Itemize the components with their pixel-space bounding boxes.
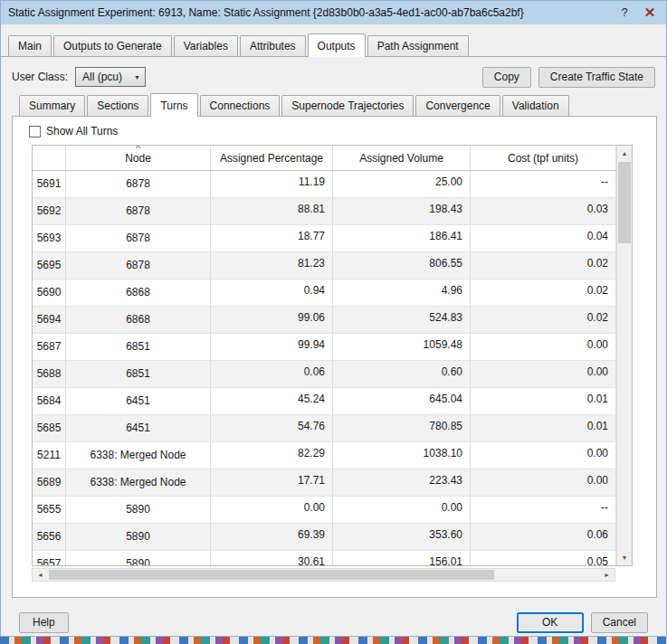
cell-node[interactable]: 6338: Merged Node (66, 442, 211, 469)
vertical-scrollbar[interactable]: ▲ ▼ (616, 146, 632, 565)
cell-assigned-percentage[interactable]: 99.94 (211, 334, 333, 360)
subtab-turns[interactable]: Turns (150, 93, 197, 117)
tab-outputs-to-generate[interactable]: Outputs to Generate (53, 35, 172, 56)
tab-path-assignment[interactable]: Path Assignment (367, 35, 469, 56)
column-header-blank[interactable] (33, 146, 66, 170)
subtab-sections[interactable]: Sections (87, 95, 148, 116)
tab-outputs[interactable]: Outputs (308, 33, 366, 57)
cell-row-id[interactable]: 5685 (33, 415, 66, 441)
scroll-right-icon[interactable]: ► (599, 569, 615, 581)
cell-row-id[interactable]: 5693 (33, 225, 66, 251)
column-header-node[interactable]: ^ Node (66, 146, 211, 170)
create-traffic-state-button[interactable]: Create Traffic State (538, 67, 655, 88)
cell-node[interactable]: 6878 (66, 225, 211, 251)
cell-assigned-percentage[interactable]: 88.81 (211, 198, 333, 224)
cell-cost[interactable]: 0.06 (471, 524, 616, 550)
cell-row-id[interactable]: 5692 (33, 198, 66, 224)
cell-node[interactable]: 6451 (66, 415, 211, 441)
cell-node[interactable]: 6868 (66, 279, 211, 306)
cell-node[interactable]: 5890 (66, 551, 211, 565)
cell-node[interactable]: 6851 (66, 334, 211, 360)
cell-node[interactable]: 6878 (66, 171, 211, 197)
subtab-summary[interactable]: Summary (19, 95, 85, 116)
cell-assigned-percentage[interactable]: 69.39 (211, 524, 333, 550)
column-header-cost[interactable]: Cost (tpf units) (471, 146, 616, 170)
cell-assigned-volume[interactable]: 25.00 (333, 171, 471, 197)
scroll-left-icon[interactable]: ◄ (33, 569, 48, 581)
cell-cost[interactable]: -- (471, 171, 616, 197)
horizontal-scroll-thumb[interactable] (49, 570, 494, 580)
cell-cost[interactable]: 0.00 (471, 442, 616, 469)
table-row[interactable]: 5692687888.81198.430.03 (33, 198, 632, 225)
subtab-supernode-trajectories[interactable]: Supernode Trajectories (281, 95, 414, 116)
cell-row-id[interactable]: 5657 (33, 551, 66, 565)
cell-assigned-volume[interactable]: 1038.10 (333, 442, 471, 469)
table-row[interactable]: 5691687811.1925.00-- (33, 171, 632, 198)
column-header-assigned-volume[interactable]: Assigned Volume (333, 146, 471, 170)
help-button[interactable]: Help (19, 612, 69, 633)
show-all-turns-checkbox-row[interactable]: Show All Turns (29, 125, 118, 137)
help-icon[interactable]: ? (612, 1, 637, 24)
cell-cost[interactable]: 0.02 (471, 279, 616, 306)
cell-cost[interactable]: 0.03 (471, 198, 616, 224)
cell-assigned-percentage[interactable]: 81.23 (211, 252, 333, 279)
cell-node[interactable]: 6851 (66, 361, 211, 387)
cell-assigned-percentage[interactable]: 0.94 (211, 279, 333, 306)
table-row[interactable]: 56896338: Merged Node17.71223.430.00 (33, 469, 632, 497)
table-row[interactable]: 5657589030.61156.010.05 (33, 551, 632, 565)
cell-node[interactable]: 6878 (66, 252, 211, 279)
cell-node[interactable]: 6878 (66, 198, 211, 224)
cell-row-id[interactable]: 5656 (33, 524, 66, 550)
cell-assigned-percentage[interactable]: 18.77 (211, 225, 333, 251)
scroll-down-icon[interactable]: ▼ (617, 550, 632, 565)
cell-assigned-percentage[interactable]: 99.06 (211, 307, 333, 333)
cell-assigned-percentage[interactable]: 30.61 (211, 551, 333, 565)
copy-button[interactable]: Copy (482, 67, 531, 88)
cell-node[interactable]: 6868 (66, 307, 211, 333)
cell-assigned-volume[interactable]: 780.85 (333, 415, 471, 441)
close-icon[interactable]: ✕ (637, 1, 662, 24)
cell-assigned-volume[interactable]: 0.60 (333, 361, 471, 387)
table-row[interactable]: 5687685199.941059.480.00 (33, 334, 632, 361)
table-row[interactable]: 5695687881.23806.550.02 (33, 252, 632, 279)
cell-assigned-percentage[interactable]: 45.24 (211, 388, 333, 414)
cell-assigned-percentage[interactable]: 0.06 (211, 361, 333, 387)
cell-node[interactable]: 6338: Merged Node (66, 469, 211, 496)
cell-node[interactable]: 5890 (66, 497, 211, 523)
titlebar[interactable]: Static Assignment Experiment: 6913, Name… (1, 1, 666, 24)
cell-assigned-volume[interactable]: 524.83 (333, 307, 471, 333)
table-row[interactable]: 5694686899.06524.830.02 (33, 307, 632, 334)
cell-assigned-percentage[interactable]: 17.71 (211, 469, 333, 496)
cell-assigned-percentage[interactable]: 54.76 (211, 415, 333, 441)
cell-row-id[interactable]: 5689 (33, 469, 66, 496)
cell-row-id[interactable]: 5691 (33, 171, 66, 197)
tab-main[interactable]: Main (8, 35, 52, 56)
table-row[interactable]: 52116338: Merged Node82.291038.100.00 (33, 442, 632, 469)
cell-cost[interactable]: 0.01 (471, 415, 616, 441)
cell-assigned-volume[interactable]: 156.01 (333, 551, 471, 565)
cell-cost[interactable]: 0.00 (471, 361, 616, 387)
subtab-validation[interactable]: Validation (502, 95, 569, 116)
cell-assigned-volume[interactable]: 645.04 (333, 388, 471, 414)
column-header-assigned-percentage[interactable]: Assigned Percentage (211, 146, 333, 170)
cancel-button[interactable]: Cancel (591, 612, 648, 633)
cell-assigned-volume[interactable]: 223.43 (333, 469, 471, 496)
horizontal-scrollbar[interactable]: ◄ ► (32, 568, 615, 582)
cell-row-id[interactable]: 5688 (33, 361, 66, 387)
show-all-turns-checkbox[interactable] (29, 126, 41, 137)
table-row[interactable]: 5693687818.77186.410.04 (33, 225, 632, 252)
cell-row-id[interactable]: 5211 (33, 442, 66, 469)
scroll-up-icon[interactable]: ▲ (617, 146, 632, 161)
cell-assigned-volume[interactable]: 186.41 (333, 225, 471, 251)
cell-assigned-percentage[interactable]: 82.29 (211, 442, 333, 469)
ok-button[interactable]: OK (517, 612, 584, 633)
cell-cost[interactable]: -- (471, 497, 616, 523)
cell-cost[interactable]: 0.02 (471, 307, 616, 333)
cell-cost[interactable]: 0.02 (471, 252, 616, 279)
table-row[interactable]: 569068680.944.960.02 (33, 279, 632, 307)
cell-assigned-volume[interactable]: 806.55 (333, 252, 471, 279)
cell-assigned-percentage[interactable]: 11.19 (211, 171, 333, 197)
table-row[interactable]: 5684645145.24645.040.01 (33, 388, 632, 415)
tab-attributes[interactable]: Attributes (240, 35, 306, 56)
cell-cost[interactable]: 0.05 (471, 551, 616, 565)
